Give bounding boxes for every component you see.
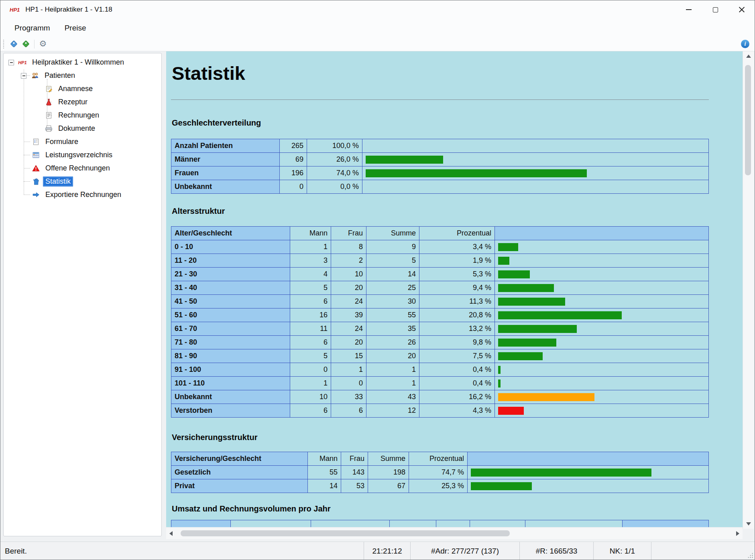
scroll-down-icon[interactable]: [746, 522, 751, 526]
maximize-icon: [713, 7, 718, 12]
alters-table: Alter/GeschlechtMannFrauSummeProzentual0…: [171, 226, 709, 418]
row-label-cell: 91 - 100: [171, 363, 290, 377]
value-cell: 2: [331, 254, 366, 268]
bar-cell: [362, 139, 709, 153]
horizontal-scrollbar-thumb[interactable]: [181, 530, 510, 536]
collapse-icon[interactable]: [21, 73, 26, 79]
value-cell: 20: [331, 281, 366, 295]
resize-grip-icon[interactable]: [747, 552, 753, 558]
value-cell: 1: [290, 377, 331, 390]
row-label-cell: Unbekannt: [171, 180, 280, 194]
column-header: [525, 520, 623, 527]
minimize-button[interactable]: [676, 0, 702, 19]
value-cell: 11: [290, 322, 331, 336]
value-bar: [498, 325, 577, 333]
value-cell: 265: [280, 139, 307, 153]
tree-item-label: Rezeptur: [56, 97, 90, 107]
value-bar: [498, 270, 530, 278]
column-header: [390, 520, 436, 527]
row-label-cell: Gesetzlich: [171, 466, 308, 479]
value-bar: [366, 169, 587, 177]
hand-icon: [31, 178, 40, 186]
bar-cell: [495, 363, 709, 377]
value-cell: 6: [290, 295, 331, 308]
table-header-row: Versicherung/GeschlechtMannFrauSummeProz…: [171, 452, 709, 466]
percent-cell: 0,0 %: [307, 180, 362, 194]
tag-green-icon: [22, 40, 29, 47]
versicherung-table: Versicherung/GeschlechtMannFrauSummeProz…: [171, 452, 709, 493]
flask-icon: [44, 98, 53, 106]
column-header: Frau: [341, 452, 368, 466]
bar-cell: [495, 240, 709, 254]
scroll-up-icon[interactable]: [746, 55, 751, 58]
column-header: Versicherung/Geschlecht: [171, 452, 308, 466]
table-row: Unbekannt00,0 %: [171, 180, 709, 194]
scroll-right-icon[interactable]: [736, 531, 739, 536]
sidebar: HP1Heilpraktiker 1 - WillkommenPatienten…: [3, 53, 162, 536]
table-row: Unbekannt10334316,2 %: [171, 390, 709, 404]
section-heading-umsatz: Umsatz und Rechnungsvolumen pro Jahr: [172, 504, 743, 513]
settings-button[interactable]: [37, 38, 49, 50]
value-cell: 67: [368, 479, 409, 493]
scroll-left-icon[interactable]: [169, 531, 173, 536]
status-bar: Bereit. 21:21:12 #Adr: 277/277 (137) #R:…: [0, 542, 755, 560]
value-bar: [498, 339, 556, 347]
tree-item-exportiere-rechnungen[interactable]: Exportiere Rechnungen: [4, 188, 161, 201]
value-cell: 10: [290, 390, 331, 404]
tree-item-leistungsverzeichnis[interactable]: Leistungsverzeichnis: [4, 148, 161, 162]
bar-cell: [495, 377, 709, 390]
status-nk: NK: 1/1: [593, 542, 651, 560]
table-row: 31 - 40520259,4 %: [171, 281, 709, 295]
column-header: Prozentual: [419, 227, 495, 240]
column-header: [171, 520, 231, 527]
value-cell: 14: [366, 268, 419, 281]
table-header-row: [171, 520, 709, 527]
percent-cell: 0,4 %: [419, 363, 495, 377]
toolbar-grip[interactable]: [3, 40, 4, 49]
value-cell: 20: [331, 336, 366, 349]
title-bar: HP1 HP1 - Heilpraktiker 1 - V1.18: [0, 0, 755, 19]
value-cell: 24: [331, 322, 366, 336]
vertical-scrollbar-thumb[interactable]: [745, 65, 751, 175]
bar-cell: [495, 390, 709, 404]
row-label-cell: 61 - 70: [171, 322, 290, 336]
tree-item-statistik[interactable]: Statistik: [4, 175, 161, 188]
value-cell: 26: [366, 336, 419, 349]
column-header: [311, 520, 390, 527]
tree-item-rechnungen[interactable]: Rechnungen: [4, 109, 161, 122]
status-time: 21:21:12: [364, 542, 410, 560]
table-row: 51 - 6016395520,8 %: [171, 308, 709, 322]
tree-item-dokumente[interactable]: Dokumente: [4, 122, 161, 135]
value-cell: 16: [290, 308, 331, 322]
close-button[interactable]: [729, 0, 755, 19]
tag-blue-button[interactable]: [8, 38, 20, 50]
row-label-cell: Männer: [171, 153, 280, 166]
tree-item-offene-rechnungen[interactable]: Offene Rechnungen: [4, 162, 161, 175]
tree-item-formulare[interactable]: Formulare: [4, 135, 161, 148]
table-row: Frauen19674,0 %: [171, 166, 709, 180]
value-cell: 198: [368, 466, 409, 479]
value-bar: [498, 311, 622, 319]
tree-item-label: Anamnese: [56, 84, 95, 94]
tree-item-rezeptur[interactable]: Rezeptur: [4, 95, 161, 109]
documents-icon: [44, 125, 53, 133]
collapse-icon[interactable]: [8, 60, 14, 65]
tag-green-button[interactable]: [20, 38, 32, 50]
value-cell: 1: [366, 377, 419, 390]
value-cell: 55: [366, 308, 419, 322]
table-row: 11 - 203251,9 %: [171, 254, 709, 268]
tree-item-heilpraktiker-1-willkommen[interactable]: HP1Heilpraktiker 1 - Willkommen: [4, 56, 161, 69]
tag-blue-icon: [10, 40, 17, 47]
value-cell: 9: [366, 240, 419, 254]
value-cell: 1: [366, 363, 419, 377]
value-cell: 33: [331, 390, 366, 404]
tree-item-anamnese[interactable]: Anamnese: [4, 82, 161, 95]
menu-item-preise[interactable]: Preise: [59, 21, 92, 35]
column-header: Summe: [368, 452, 409, 466]
menu-item-programm[interactable]: Programm: [9, 21, 56, 35]
info-button[interactable]: [741, 40, 749, 48]
toolbar-separator: [34, 40, 35, 49]
tree-item-patienten[interactable]: Patienten: [4, 69, 161, 82]
maximize-button[interactable]: [702, 0, 729, 19]
status-r: #R: 1665/33: [519, 542, 593, 560]
